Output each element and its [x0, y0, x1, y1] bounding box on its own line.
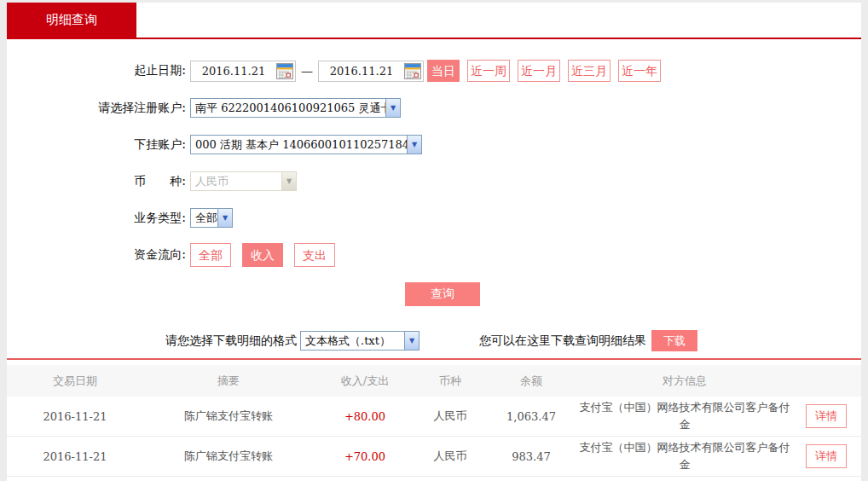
currency-select: 人民币 ▼: [190, 171, 297, 191]
date-range-row: 起止日期: 2016.11.21: [7, 60, 861, 82]
quick-range-week-button[interactable]: 近一周: [467, 60, 510, 82]
calendar-icon[interactable]: [404, 63, 421, 79]
header-currency: 币种: [416, 374, 484, 389]
header-date: 交易日期: [7, 374, 143, 389]
download-button[interactable]: 下载: [651, 330, 697, 351]
download-row: 请您选择下载明细的格式 文本格式（.txt） ▼ 您可以在这里下载查询明细结果 …: [7, 330, 861, 351]
query-panel: 起止日期: 2016.11.21: [7, 39, 861, 481]
header-counterparty: 对方信息: [578, 374, 791, 389]
cell-currency: 人民币: [416, 449, 484, 464]
cell-summary: 陈广锦支付宝转账: [143, 409, 314, 424]
cell-detail: 详情: [791, 404, 861, 428]
query-button[interactable]: 查询: [405, 282, 480, 306]
date-range-label: 起止日期:: [7, 63, 190, 78]
counterparty-text: 支付宝（中国）网络技术有限公司客户备付金: [578, 439, 791, 475]
detail-button[interactable]: 详情: [806, 404, 847, 428]
calendar-icon[interactable]: [276, 63, 293, 79]
register-account-value: 南平 6222001406100921065 灵通卡: [195, 101, 385, 116]
table-header-row: 交易日期 摘要 收入/支出 币种 余额 对方信息: [7, 365, 861, 397]
header-amount: 收入/支出: [314, 374, 416, 389]
cell-counterparty: 支付宝（中国）网络技术有限公司客户备付金: [578, 399, 791, 435]
register-account-row: 请选择注册账户: 南平 6222001406100921065 灵通卡 ▼: [7, 98, 861, 118]
sub-account-select[interactable]: 000 活期 基本户 1406600101102571848 ▼: [190, 135, 422, 154]
cell-amount: +80.00: [314, 410, 416, 423]
cell-counterparty: 支付宝（中国）网络技术有限公司客户备付金: [578, 439, 791, 475]
sub-account-value: 000 活期 基本户 1406600101102571848: [195, 137, 407, 153]
end-date-value: 2016.11.21: [319, 65, 404, 78]
cell-date: 2016-11-21: [7, 450, 143, 463]
download-hint: 您可以在这里下载查询明细结果: [479, 333, 646, 349]
cell-detail: 详情: [791, 444, 861, 468]
header-summary: 摘要: [143, 374, 314, 389]
cell-balance: 1,063.47: [484, 410, 578, 423]
fund-flow-income-button[interactable]: 收入: [242, 243, 283, 267]
fund-flow-all-button[interactable]: 全部: [190, 243, 231, 267]
date-range-separator: —: [301, 64, 313, 78]
cell-summary: 陈广锦支付宝转账: [143, 449, 314, 464]
register-account-select[interactable]: 南平 6222001406100921065 灵通卡 ▼: [190, 98, 401, 118]
register-account-label: 请选择注册账户:: [7, 101, 190, 116]
page: 明细查询 起止日期: 2016.11.21: [7, 3, 861, 481]
end-date-input[interactable]: 2016.11.21: [318, 61, 424, 82]
business-type-label: 业务类型:: [7, 211, 190, 226]
cell-balance: 983.47: [484, 450, 578, 463]
chevron-down-icon: ▼: [404, 332, 419, 350]
currency-row: 币 种: 人民币 ▼: [7, 171, 861, 191]
detail-button[interactable]: 详情: [806, 444, 847, 468]
chevron-down-icon: ▼: [407, 136, 421, 154]
business-type-value: 全部: [195, 211, 217, 226]
table-row: 2016-11-21 陈广锦支付宝转账 +80.00 人民币 1,063.47 …: [7, 397, 861, 437]
tab-bar: 明细查询: [7, 3, 861, 39]
fund-flow-row: 资金流向: 全部 收入 支出: [7, 243, 861, 267]
table-row: 2016-11-21 陈广锦支付宝转账 +70.00 人民币 983.47 支付…: [7, 437, 861, 477]
query-form: 起止日期: 2016.11.21: [7, 39, 861, 351]
business-type-row: 业务类型: 全部 ▼: [7, 208, 861, 228]
results-table: 交易日期 摘要 收入/支出 币种 余额 对方信息 2016-11-21 陈广锦支…: [7, 365, 861, 477]
chevron-down-icon: ▼: [217, 209, 232, 227]
tab-detail-query[interactable]: 明细查询: [7, 3, 136, 38]
quick-range-month-button[interactable]: 近一月: [518, 60, 560, 82]
download-format-select[interactable]: 文本格式（.txt） ▼: [300, 331, 420, 351]
chevron-down-icon: ▼: [281, 172, 296, 190]
cell-currency: 人民币: [416, 409, 484, 424]
start-date-value: 2016.11.21: [191, 65, 276, 78]
quick-range-quarter-button[interactable]: 近三月: [568, 60, 610, 82]
download-format-label: 请您选择下载明细的格式: [165, 333, 297, 349]
divider: [7, 358, 861, 360]
cell-amount: +70.00: [314, 450, 416, 463]
sub-account-label: 下挂账户:: [7, 137, 190, 153]
fund-flow-label: 资金流向:: [7, 247, 190, 263]
business-type-select[interactable]: 全部 ▼: [190, 208, 233, 228]
quick-range-today-button[interactable]: 当日: [427, 60, 460, 82]
currency-value: 人民币: [195, 174, 229, 189]
fund-flow-expense-button[interactable]: 支出: [294, 243, 335, 267]
chevron-down-icon: ▼: [385, 99, 400, 117]
counterparty-text: 支付宝（中国）网络技术有限公司客户备付金: [578, 399, 791, 435]
header-balance: 余额: [484, 374, 578, 389]
download-format-value: 文本格式（.txt）: [305, 333, 391, 349]
start-date-input[interactable]: 2016.11.21: [190, 61, 296, 82]
cell-date: 2016-11-21: [7, 410, 143, 423]
currency-label: 币 种:: [7, 174, 190, 189]
quick-range-year-button[interactable]: 近一年: [618, 60, 661, 82]
sub-account-row: 下挂账户: 000 活期 基本户 1406600101102571848 ▼: [7, 135, 861, 154]
